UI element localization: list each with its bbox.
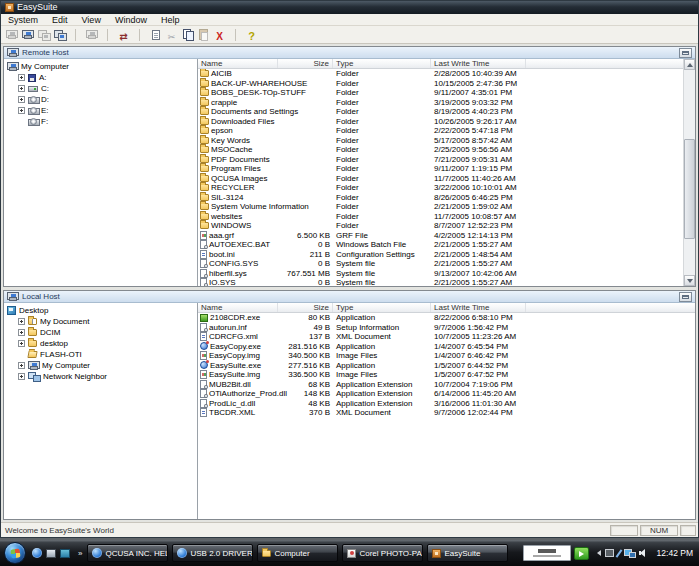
file-row[interactable]: boot.ini 211 B Configuration Settings 2/… — [198, 250, 683, 260]
tree-item[interactable]: My Document — [4, 316, 197, 327]
expander-icon[interactable] — [18, 373, 25, 380]
tree-item[interactable]: C: — [4, 83, 197, 94]
toolbar-button[interactable] — [148, 27, 163, 43]
column-header-time[interactable]: Last Write Time — [431, 303, 526, 312]
file-row[interactable]: PDF Documents Folder 7/21/2005 9:05:31 A… — [198, 155, 683, 165]
tree-item[interactable]: DCIM — [4, 327, 197, 338]
expander-icon[interactable] — [18, 318, 25, 325]
tray-display-icon[interactable] — [605, 549, 614, 557]
tree-item[interactable]: D: — [4, 94, 197, 105]
taskbar-button[interactable]: USB 2.0 DRIVERLESS ... — [172, 544, 253, 562]
toolbar-button[interactable] — [52, 27, 67, 43]
menu-item[interactable]: Window — [108, 14, 154, 26]
file-row[interactable]: crappie Folder 3/19/2005 9:03:32 PM — [198, 98, 683, 108]
taskbar-button[interactable]: Computer — [257, 544, 338, 562]
expander-icon[interactable] — [18, 85, 25, 92]
expander-icon[interactable] — [18, 107, 25, 114]
file-row[interactable]: AICIB Folder 2/28/2005 10:40:39 AM — [198, 69, 683, 79]
menu-item[interactable]: System — [1, 14, 45, 26]
title-bar[interactable]: EasySuite — [1, 1, 698, 14]
expander-icon[interactable] — [18, 74, 25, 81]
tray-volume-icon[interactable] — [639, 549, 648, 557]
file-row[interactable]: Downloaded Files Folder 10/26/2005 9:26:… — [198, 117, 683, 127]
toolbar-button[interactable] — [180, 27, 195, 43]
toolbar-button[interactable] — [100, 27, 115, 43]
file-row[interactable]: MSOCache Folder 2/25/2005 9:56:56 AM — [198, 145, 683, 155]
file-row[interactable]: QCUSA Images Folder 11/7/2005 11:40:26 A… — [198, 174, 683, 184]
file-row[interactable]: RECYCLER Folder 3/22/2006 10:10:01 AM — [198, 183, 683, 193]
file-row[interactable]: TBCDR.XML 370 B XML Document 9/7/2006 12… — [198, 408, 695, 418]
media-icon[interactable] — [60, 549, 70, 558]
expander-icon[interactable] — [18, 362, 25, 369]
column-header-time[interactable]: Last Write Time — [431, 59, 526, 68]
resize-grip[interactable] — [680, 525, 696, 536]
column-header-type[interactable]: Type — [333, 303, 431, 312]
expander-icon[interactable] — [18, 340, 25, 347]
ie-icon[interactable] — [32, 548, 42, 558]
toolbar-button[interactable] — [20, 27, 35, 43]
toolbar-button[interactable] — [4, 27, 19, 43]
toolbar-button[interactable] — [196, 27, 211, 43]
toolbar-button[interactable] — [212, 27, 227, 43]
file-row[interactable]: BOBS_DESK-TOp-STUFF Folder 9/11/2007 4:3… — [198, 88, 683, 98]
file-row[interactable]: Program Files Folder 9/11/2007 1:19:15 P… — [198, 164, 683, 174]
column-header-type[interactable]: Type — [333, 59, 431, 68]
file-row[interactable]: MUB2Bit.dll 68 KB Application Extension … — [198, 380, 695, 390]
remote-vertical-scrollbar[interactable] — [683, 59, 695, 286]
file-row[interactable]: autorun.inf 49 B Setup Information 9/7/2… — [198, 323, 695, 333]
green-arrow-tray-button[interactable] — [574, 547, 589, 560]
taskbar-button[interactable]: EasySuite — [427, 544, 508, 562]
tree-item[interactable]: F: — [4, 116, 197, 127]
toolbar-button[interactable] — [132, 27, 147, 43]
start-button[interactable] — [4, 542, 26, 564]
column-header-size[interactable]: Size — [278, 303, 333, 312]
expander-icon[interactable] — [18, 329, 25, 336]
file-row[interactable]: CDRCFG.xml 137 B XML Document 10/7/2005 … — [198, 332, 695, 342]
file-row[interactable]: IO.SYS 0 B System file 2/21/2005 1:55:27… — [198, 278, 683, 286]
column-header-name[interactable]: Name — [198, 303, 278, 312]
tree-item[interactable]: Network Neighbor — [4, 371, 197, 382]
file-row[interactable]: BACK-UP-WHAREHOUSE Folder 10/15/2005 2:4… — [198, 79, 683, 89]
tree-item[interactable]: FLASH-OTI — [4, 349, 197, 360]
tree-item[interactable]: E: — [4, 105, 197, 116]
file-row[interactable]: Key Words Folder 5/17/2005 8:57:42 AM — [198, 136, 683, 146]
file-row[interactable]: CONFIG.SYS 0 B System file 2/21/2005 1:5… — [198, 259, 683, 269]
toolbar-button[interactable] — [244, 27, 259, 43]
file-row[interactable]: OTiAuthorize_Prod.dll 148 KB Application… — [198, 389, 695, 399]
file-row[interactable]: hiberfil.sys 767.551 MB System file 9/13… — [198, 269, 683, 279]
quick-launch-overflow-chevron[interactable]: » — [76, 549, 84, 558]
menu-item[interactable]: Edit — [45, 14, 75, 26]
toolbar-button[interactable] — [36, 27, 51, 43]
file-row[interactable]: ProdLic_d.dll 48 KB Application Extensio… — [198, 399, 695, 409]
taskbar-clock[interactable]: 12:42 PM — [657, 548, 693, 558]
taskbar-white-window[interactable] — [523, 545, 571, 561]
menu-item[interactable]: View — [75, 14, 108, 26]
file-row[interactable]: SIL-3124 Folder 8/26/2005 6:46:25 PM — [198, 193, 683, 203]
file-row[interactable]: 2108CDR.exe 80 KB Application 8/22/2006 … — [198, 313, 695, 323]
file-row[interactable]: epson Folder 2/22/2005 5:47:18 PM — [198, 126, 683, 136]
toolbar-button[interactable] — [68, 27, 83, 43]
file-row[interactable]: AUTOEXEC.BAT 0 B Windows Batch File 2/21… — [198, 240, 683, 250]
toolbar-button[interactable] — [116, 27, 131, 43]
file-row[interactable]: EasyCopy.exe 281.516 KB Application 1/4/… — [198, 342, 695, 352]
file-row[interactable]: System Volume Information Folder 2/21/20… — [198, 202, 683, 212]
file-row[interactable]: EasySuite.exe 277.516 KB Application 1/5… — [198, 361, 695, 371]
scroll-down-button[interactable] — [684, 275, 695, 286]
chevron-left-icon[interactable] — [594, 550, 601, 556]
file-row[interactable]: aaa.grf 6.500 KB GRF File 4/2/2005 12:14… — [198, 231, 683, 241]
tray-network-icon[interactable] — [624, 549, 635, 557]
file-row[interactable]: WINDOWS Folder 8/7/2007 12:52:23 PM — [198, 221, 683, 231]
scroll-thumb[interactable] — [684, 139, 695, 239]
file-row[interactable]: EasyCopy.img 340.500 KB Image Files 1/4/… — [198, 351, 695, 361]
toolbar-button[interactable] — [84, 27, 99, 43]
scroll-up-button[interactable] — [684, 59, 695, 70]
file-row[interactable]: Documents and Settings Folder 8/19/2005 … — [198, 107, 683, 117]
file-row[interactable]: websites Folder 11/7/2005 10:08:57 AM — [198, 212, 683, 222]
tree-item[interactable]: A: — [4, 72, 197, 83]
window-icon[interactable] — [46, 549, 56, 558]
toolbar-button[interactable] — [228, 27, 243, 43]
toolbar-button[interactable] — [164, 27, 179, 43]
tree-item[interactable]: My Computer — [4, 61, 197, 72]
menu-item[interactable]: Help — [154, 14, 187, 26]
taskbar-button[interactable]: QCUSA INC. HELP D... — [87, 544, 168, 562]
